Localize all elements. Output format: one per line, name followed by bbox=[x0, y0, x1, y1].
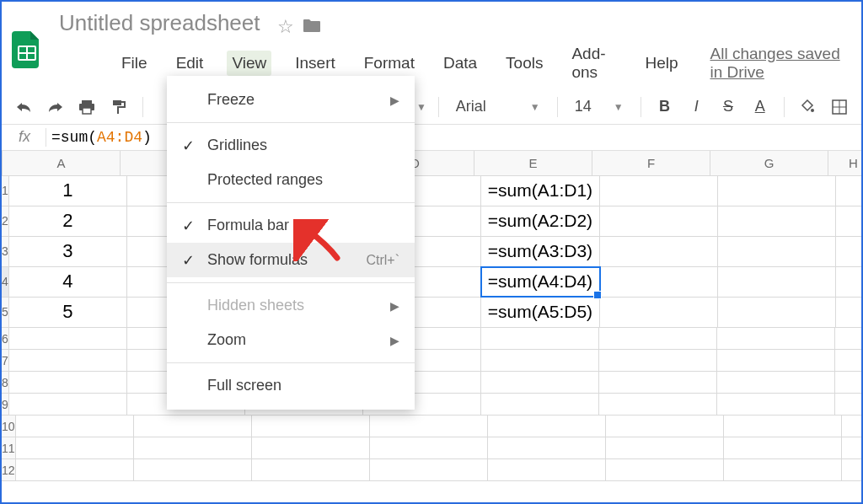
cell-H3[interactable] bbox=[836, 237, 863, 266]
row-header[interactable]: 1 bbox=[2, 176, 9, 206]
cell-E12[interactable] bbox=[488, 459, 606, 480]
cell-A6[interactable] bbox=[9, 328, 127, 349]
cell-H11[interactable] bbox=[842, 437, 863, 458]
cell-A7[interactable] bbox=[9, 350, 127, 371]
menu-edit[interactable]: Edit bbox=[171, 51, 209, 76]
save-status[interactable]: All changes saved in Drive bbox=[710, 45, 851, 82]
row-header[interactable]: 11 bbox=[2, 437, 16, 458]
col-header-H[interactable]: H bbox=[828, 151, 863, 175]
cell-H5[interactable] bbox=[836, 298, 863, 327]
redo-button[interactable] bbox=[44, 95, 67, 119]
doc-title[interactable]: Untitled spreadsheet bbox=[59, 10, 260, 36]
cell-G2[interactable] bbox=[718, 206, 836, 236]
cell-G12[interactable] bbox=[724, 459, 842, 480]
strikethrough-button[interactable]: S bbox=[716, 95, 740, 119]
cell-A1[interactable]: 1 bbox=[9, 176, 127, 206]
cell-F11[interactable] bbox=[606, 437, 724, 458]
cell-H2[interactable] bbox=[836, 206, 863, 236]
cell-G8[interactable] bbox=[717, 372, 835, 393]
folder-icon[interactable] bbox=[303, 16, 321, 38]
text-color-button[interactable]: A bbox=[748, 95, 772, 119]
menu-addons[interactable]: Add-ons bbox=[566, 41, 621, 85]
cell-F4[interactable] bbox=[600, 267, 718, 297]
cell-A5[interactable]: 5 bbox=[9, 298, 127, 327]
row-header[interactable]: 4 bbox=[2, 267, 9, 297]
cell-E9[interactable] bbox=[481, 394, 599, 415]
cell-G5[interactable] bbox=[718, 298, 836, 327]
bold-button[interactable]: B bbox=[653, 95, 677, 119]
cell-G10[interactable] bbox=[724, 416, 842, 437]
cell-C11[interactable] bbox=[252, 437, 370, 458]
cell-E8[interactable] bbox=[481, 372, 599, 393]
cell-H8[interactable] bbox=[835, 372, 863, 393]
cell-C12[interactable] bbox=[252, 459, 370, 480]
row-header[interactable]: 10 bbox=[2, 416, 16, 437]
cell-H1[interactable] bbox=[836, 176, 863, 206]
cell-D10[interactable] bbox=[370, 416, 488, 437]
cell-E10[interactable] bbox=[488, 416, 606, 437]
menu-file[interactable]: File bbox=[116, 51, 153, 76]
cell-A11[interactable] bbox=[16, 437, 134, 458]
chevron-down-icon[interactable]: ▼ bbox=[416, 101, 426, 113]
menu-item-formula-bar[interactable]: ✓ Formula bar bbox=[167, 208, 415, 243]
row-header[interactable]: 12 bbox=[2, 459, 16, 480]
cell-D11[interactable] bbox=[370, 437, 488, 458]
cell-H4[interactable] bbox=[836, 267, 863, 297]
menu-view[interactable]: View bbox=[227, 51, 271, 76]
cell-H10[interactable] bbox=[842, 416, 863, 437]
cell-G7[interactable] bbox=[717, 350, 835, 371]
cell-A3[interactable]: 3 bbox=[9, 237, 127, 266]
cell-B12[interactable] bbox=[134, 459, 252, 480]
row-header[interactable]: 5 bbox=[2, 298, 9, 327]
cell-E5[interactable]: =sum(A5:D5) bbox=[481, 298, 600, 327]
star-icon[interactable]: ☆ bbox=[277, 16, 294, 38]
cell-E2[interactable]: =sum(A2:D2) bbox=[481, 206, 600, 236]
cell-G9[interactable] bbox=[717, 394, 835, 415]
font-family-select[interactable]: Arial ▼ bbox=[451, 96, 545, 117]
cell-A9[interactable] bbox=[9, 394, 127, 415]
col-header-F[interactable]: F bbox=[592, 151, 710, 175]
cell-F2[interactable] bbox=[600, 206, 718, 236]
borders-button[interactable] bbox=[828, 95, 851, 119]
menu-insert[interactable]: Insert bbox=[290, 51, 340, 76]
paint-format-button[interactable] bbox=[107, 95, 131, 119]
formula-input[interactable]: =sum(A4:D4) bbox=[51, 129, 152, 146]
cell-D12[interactable] bbox=[370, 459, 488, 480]
col-header-G[interactable]: G bbox=[710, 151, 828, 175]
cell-A2[interactable]: 2 bbox=[9, 206, 127, 236]
menu-data[interactable]: Data bbox=[438, 51, 482, 76]
cell-E1[interactable]: =sum(A1:D1) bbox=[481, 176, 600, 206]
row-header[interactable]: 8 bbox=[2, 372, 9, 393]
cell-G11[interactable] bbox=[724, 437, 842, 458]
cell-F12[interactable] bbox=[606, 459, 724, 480]
cell-F9[interactable] bbox=[599, 394, 717, 415]
menu-item-gridlines[interactable]: ✓ Gridlines bbox=[167, 128, 415, 163]
cell-A10[interactable] bbox=[16, 416, 134, 437]
menu-item-protected-ranges[interactable]: Protected ranges bbox=[167, 163, 415, 197]
cell-F10[interactable] bbox=[606, 416, 724, 437]
cell-E6[interactable] bbox=[481, 328, 599, 349]
print-button[interactable] bbox=[75, 95, 99, 119]
cell-A8[interactable] bbox=[9, 372, 127, 393]
italic-button[interactable]: I bbox=[684, 95, 708, 119]
cell-E7[interactable] bbox=[481, 350, 599, 371]
row-header[interactable]: 2 bbox=[2, 206, 9, 236]
menu-format[interactable]: Format bbox=[359, 51, 420, 76]
cell-E4[interactable]: =sum(A4:D4) bbox=[481, 267, 600, 297]
cell-C10[interactable] bbox=[252, 416, 370, 437]
cell-F8[interactable] bbox=[599, 372, 717, 393]
cell-E3[interactable]: =sum(A3:D3) bbox=[481, 237, 600, 266]
formula-bar[interactable]: fx =sum(A4:D4) bbox=[2, 125, 861, 151]
cell-F1[interactable] bbox=[600, 176, 718, 206]
cell-H7[interactable] bbox=[835, 350, 863, 371]
cell-A4[interactable]: 4 bbox=[9, 267, 127, 297]
cell-F3[interactable] bbox=[600, 237, 718, 266]
col-header-A[interactable]: A bbox=[3, 151, 121, 175]
cell-G3[interactable] bbox=[718, 237, 836, 266]
cell-B11[interactable] bbox=[134, 437, 252, 458]
cell-F6[interactable] bbox=[599, 328, 717, 349]
row-header[interactable]: 3 bbox=[2, 237, 9, 266]
menu-item-full-screen[interactable]: Full screen bbox=[167, 368, 415, 403]
menu-help[interactable]: Help bbox=[640, 51, 683, 76]
cell-A12[interactable] bbox=[16, 459, 134, 480]
